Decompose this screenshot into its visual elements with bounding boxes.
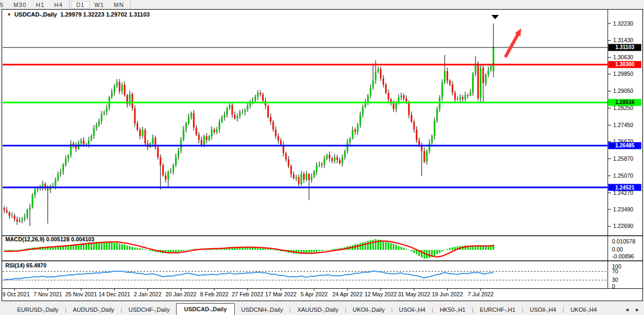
timeframe-toolbar: 5M30H1H4D1W1MN	[0, 0, 644, 10]
date-axis-label: 5 Apr 2022	[300, 291, 328, 297]
symbol-tab-ukoil-h4[interactable]: UKOil-,H4	[564, 305, 603, 315]
symbol-tab-usdcad-daily[interactable]: USDCAD-,Daily	[176, 303, 235, 315]
price-badge-value: 1.26485	[615, 143, 635, 148]
toolbar-separator	[130, 0, 131, 9]
price-axis-label: 1.25870	[613, 155, 633, 162]
price-axis-label: 1.29050	[613, 88, 633, 94]
symbol-tab-usoil-h4[interactable]: USOil-,H4	[523, 305, 563, 315]
price-axis-label: 1.27450	[613, 122, 633, 128]
symbol-tab-audusd-daily[interactable]: AUDUSD-,Daily	[66, 305, 121, 315]
rsi-axis-label: 30	[612, 277, 618, 283]
price-axis-label: 1.22690	[613, 223, 633, 229]
symbol-tab-xauusd-daily[interactable]: XAUUSD-,Daily	[291, 305, 345, 315]
macd-axis-max: 0.010578	[612, 238, 635, 245]
price-axis-label: 1.29850	[613, 70, 633, 77]
date-axis-label: 8 Feb 2022	[200, 291, 228, 297]
timeframe-button-w1[interactable]: W1	[90, 1, 109, 9]
symbol-tab-eurusd-daily[interactable]: EURUSD-,Daily	[11, 305, 65, 315]
date-axis-label: 7 Jul 2022	[468, 291, 494, 297]
chart-window[interactable]: 1.322301.314301.306301.298501.290501.282…	[2, 9, 643, 301]
timeframe-button-h1[interactable]: H1	[31, 1, 50, 9]
price-badge-value: 1.24521	[615, 185, 635, 191]
macd-axis-min: -0.00896	[612, 253, 634, 259]
date-axis-label: 12 May 2022	[364, 291, 397, 297]
timeframe-button-h4[interactable]: H4	[50, 1, 68, 9]
date-axis-label: 19 Jun 2022	[432, 291, 463, 297]
symbol-tab-usdcnh-daily[interactable]: USDCNH-,Daily	[235, 305, 289, 315]
chart-title: ▼ USDCAD-,Daily 1.29979 1.32223 1.29702 …	[7, 11, 150, 18]
price-axis-label: 1.32230	[613, 20, 633, 27]
date-axis-label: 25 Nov 2021	[65, 291, 97, 297]
macd-axis-zero: 0.00	[612, 246, 623, 253]
chart-ohlc-values: 1.29979 1.32223 1.29702 1.31103	[60, 11, 150, 18]
date-axis-label: 14 Dec 2021	[99, 291, 131, 297]
price-badge-value: 1.31103	[615, 44, 634, 50]
symbol-tab-bar: EURUSD-,Daily|AUDUSD-,Daily|USDCHF-,Dail…	[0, 301, 644, 315]
symbol-tab-usdchf-daily[interactable]: USDCHF-,Daily	[122, 305, 176, 315]
tab-scroll-arrows[interactable]: ◄ ►	[625, 307, 642, 312]
symbol-tab-hk50-h1[interactable]: HK50-,H1	[433, 305, 472, 315]
date-axis-label: 2 Jan 2022	[134, 291, 162, 297]
chart-symbol-label: USDCAD-,Daily	[14, 11, 57, 18]
price-axis-label: 1.23490	[613, 206, 633, 212]
rsi-axis-label: 0	[612, 283, 615, 289]
timeframe-button-d1[interactable]: D1	[71, 1, 90, 9]
date-axis-label: 20 Jan 2022	[165, 291, 196, 297]
symbol-tab-usoil-h4[interactable]: USOil-,H4	[393, 305, 432, 315]
chart-dropdown-icon[interactable]: ▼	[7, 12, 11, 17]
timeframe-button-m30[interactable]: M30	[9, 1, 31, 9]
date-axis-label: 7 Nov 2021	[34, 291, 62, 297]
date-axis-label: 19 Oct 2021	[2, 291, 30, 297]
application-window: 5M30H1H4D1W1MN 1.322301.314301.306301.29…	[0, 0, 644, 315]
toolbar-separator	[69, 0, 70, 9]
date-axis-label: 31 May 2022	[398, 291, 431, 297]
symbol-tab-eurchf-h1[interactable]: EURCHF-,H1	[473, 305, 522, 315]
date-axis-label: 17 Mar 2022	[265, 291, 297, 297]
rsi-axis-label: 70	[612, 268, 618, 274]
price-badge-value: 1.30300	[615, 61, 635, 67]
price-badge-value: 1.28516	[615, 99, 635, 105]
date-axis-label: 24 Apr 2022	[332, 291, 363, 297]
timeframe-button-mn[interactable]: MN	[109, 1, 129, 9]
price-axis-label: 1.25070	[613, 172, 633, 179]
symbol-tab-ukoil-daily[interactable]: UKOil-,Daily	[346, 305, 391, 315]
date-axis-label: 27 Feb 2022	[232, 291, 264, 297]
macd-label: MACD(12,26,9) 0.005128 0.004103	[5, 236, 94, 242]
price-axis-label: 1.30630	[613, 54, 633, 60]
price-axis-label: 1.31430	[613, 37, 633, 43]
price-chart-canvas[interactable]: 1.322301.314301.306301.298501.290501.282…	[2, 10, 642, 301]
timeframe-button-5[interactable]: 5	[0, 1, 9, 9]
rsi-label: RSI(14) 65.4970	[5, 262, 46, 269]
